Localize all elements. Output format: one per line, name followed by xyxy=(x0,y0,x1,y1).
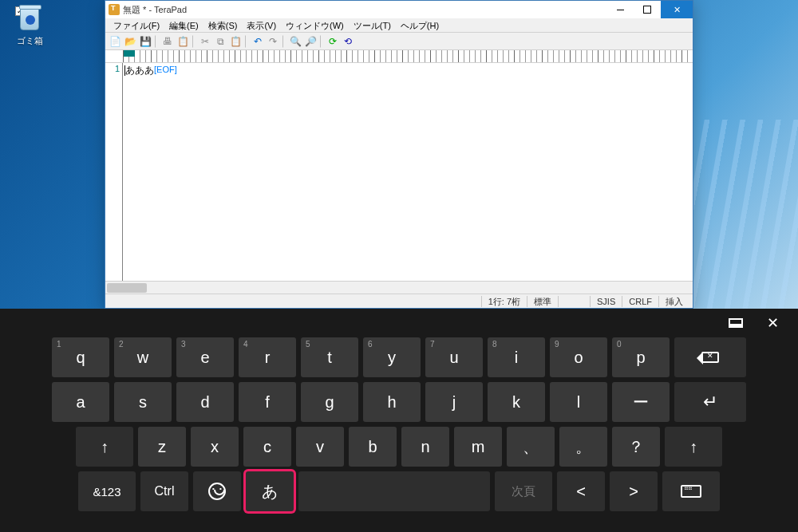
key-convert[interactable]: 次頁 xyxy=(495,471,552,511)
key-w[interactable]: 2w xyxy=(114,337,172,377)
key-v[interactable]: v xyxy=(296,427,344,467)
on-screen-keyboard: 1q2w3e4r5t6y7u8i9o0p asdfghjklー zxcvbnm、… xyxy=(0,309,798,532)
key-space[interactable] xyxy=(298,471,490,511)
key-d[interactable]: d xyxy=(176,382,234,422)
copy-icon[interactable]: ⧉ xyxy=(213,34,227,49)
key-shift-right[interactable] xyxy=(665,427,722,467)
key-h[interactable]: h xyxy=(363,382,421,422)
key-b[interactable]: b xyxy=(349,427,397,467)
menu-file[interactable]: ファイル(F) xyxy=(109,18,164,32)
terapad-window: 無題 * - TeraPad ファイル(F) 編集(E) 検索(S) 表示(V)… xyxy=(105,0,693,309)
tool2-icon[interactable]: ⟲ xyxy=(341,34,355,49)
new-icon[interactable]: 📄 xyxy=(108,34,122,49)
line-number: 1 xyxy=(105,64,120,73)
separator xyxy=(192,35,196,48)
key-keyboard-layout[interactable] xyxy=(662,471,720,511)
key-n[interactable]: n xyxy=(401,427,449,467)
find-icon[interactable]: 🔍 xyxy=(288,34,302,49)
key-ctrl[interactable]: Ctrl xyxy=(140,471,188,511)
key-。[interactable]: 。 xyxy=(559,427,607,467)
backspace-icon xyxy=(701,352,719,363)
key-emoji[interactable] xyxy=(193,471,241,511)
smile-icon xyxy=(208,483,226,500)
key-q[interactable]: 1q xyxy=(52,337,109,377)
key-？[interactable]: ？ xyxy=(612,427,660,467)
editor-text: あああ xyxy=(125,65,154,76)
text-content[interactable]: あああ[EOF] xyxy=(123,63,693,281)
menu-search[interactable]: 検索(S) xyxy=(203,18,243,32)
key-s[interactable]: s xyxy=(114,382,172,422)
redo-icon[interactable]: ↷ xyxy=(266,34,280,49)
close-keyboard-button[interactable] xyxy=(763,313,782,333)
key-o[interactable]: 9o xyxy=(550,337,607,377)
key-z[interactable]: z xyxy=(138,427,186,467)
desktop-recycle-bin[interactable]: ゴミ箱 xyxy=(10,6,49,47)
key-j[interactable]: j xyxy=(425,382,483,422)
ruler xyxy=(105,50,693,63)
status-newline: CRLF xyxy=(622,296,658,307)
undo-icon[interactable]: ↶ xyxy=(251,34,265,49)
line-gutter: 1 xyxy=(105,63,123,281)
key-x[interactable]: x xyxy=(191,427,239,467)
dock-button[interactable] xyxy=(726,313,745,333)
open-icon[interactable]: 📂 xyxy=(123,34,137,49)
horizontal-scrollbar[interactable] xyxy=(105,281,693,294)
paste-icon[interactable]: 📋 xyxy=(228,34,243,49)
key-y[interactable]: 6y xyxy=(363,337,421,377)
maximize-button[interactable] xyxy=(634,1,661,18)
key-right[interactable]: > xyxy=(610,471,658,511)
print-icon[interactable]: 🖶 xyxy=(160,34,175,49)
menu-edit[interactable]: 編集(E) xyxy=(164,18,203,32)
menubar: ファイル(F) 編集(E) 検索(S) 表示(V) ウィンドウ(W) ツール(T… xyxy=(105,18,693,33)
cut-icon[interactable]: ✂ xyxy=(198,34,212,49)
minimize-button[interactable] xyxy=(606,1,634,18)
toolbar: 📄 📂 💾 🖶 📋 ✂ ⧉ 📋 ↶ ↷ 🔍 🔎 ⟳ ⟲ xyxy=(105,33,693,50)
recycle-bin-label: ゴミ箱 xyxy=(10,35,49,47)
key-m[interactable]: m xyxy=(454,427,502,467)
menu-view[interactable]: 表示(V) xyxy=(242,18,281,32)
keyboard-icon xyxy=(681,485,701,498)
preview-icon[interactable]: 📋 xyxy=(176,34,190,49)
dock-icon xyxy=(729,318,743,328)
key-k[interactable]: k xyxy=(488,382,545,422)
key-shift-left[interactable] xyxy=(76,427,133,467)
separator xyxy=(245,35,248,48)
key-enter[interactable] xyxy=(674,382,746,422)
find-next-icon[interactable]: 🔎 xyxy=(303,34,318,49)
tool1-icon[interactable]: ⟳ xyxy=(326,34,340,49)
titlebar[interactable]: 無題 * - TeraPad xyxy=(105,1,693,18)
key-ime-mode[interactable]: あ xyxy=(246,471,294,511)
key-u[interactable]: 7u xyxy=(425,337,483,377)
key-t[interactable]: 5t xyxy=(301,337,358,377)
close-button[interactable] xyxy=(661,1,693,18)
eof-marker: [EOF] xyxy=(154,65,177,74)
save-icon[interactable]: 💾 xyxy=(138,34,152,49)
key-f[interactable]: f xyxy=(239,382,296,422)
menu-tool[interactable]: ツール(T) xyxy=(349,18,396,32)
status-position: 1行: 7桁 xyxy=(481,296,527,307)
status-mode: 標準 xyxy=(527,296,558,307)
key-p[interactable]: 0p xyxy=(612,337,670,377)
status-insert: 挿入 xyxy=(658,296,689,307)
status-encoding: SJIS xyxy=(590,296,622,307)
key-i[interactable]: 8i xyxy=(488,337,545,377)
key-l[interactable]: l xyxy=(550,382,607,422)
key-backspace[interactable] xyxy=(674,337,746,377)
key-g[interactable]: g xyxy=(301,382,358,422)
key-r[interactable]: 4r xyxy=(239,337,296,377)
key-num-mode[interactable]: &123 xyxy=(78,471,136,511)
menu-window[interactable]: ウィンドウ(W) xyxy=(281,18,349,32)
editor-area: 1 あああ[EOF] xyxy=(105,63,693,281)
key-、[interactable]: 、 xyxy=(507,427,555,467)
app-icon xyxy=(109,4,120,15)
key-a[interactable]: a xyxy=(52,382,109,422)
key-c[interactable]: c xyxy=(243,427,291,467)
statusbar: 1行: 7桁 標準 SJIS CRLF 挿入 xyxy=(105,294,693,308)
key-e[interactable]: 3e xyxy=(176,337,234,377)
key-left[interactable]: < xyxy=(557,471,605,511)
separator xyxy=(282,35,286,48)
key-ー[interactable]: ー xyxy=(612,382,670,422)
window-title: 無題 * - TeraPad xyxy=(123,4,187,16)
separator xyxy=(155,35,158,48)
menu-help[interactable]: ヘルプ(H) xyxy=(396,18,444,32)
